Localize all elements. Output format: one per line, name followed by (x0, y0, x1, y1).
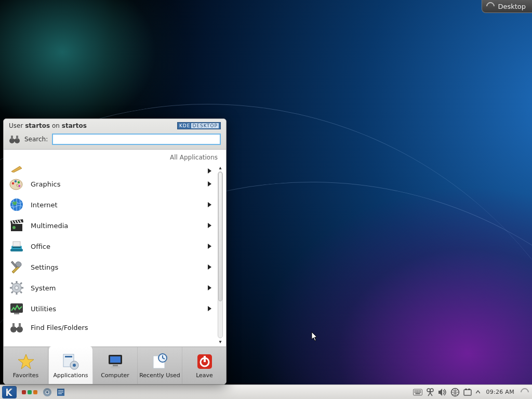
svg-rect-60 (420, 390, 421, 391)
chevron-right-icon (208, 306, 211, 311)
search-input[interactable] (52, 134, 221, 145)
binoculars-icon (9, 134, 20, 145)
desktop-toolbox[interactable]: Desktop (482, 0, 532, 13)
svg-point-68 (430, 389, 433, 392)
svg-rect-36 (65, 356, 72, 357)
scroll-track[interactable] (218, 171, 223, 338)
category-label: Office (31, 243, 208, 250)
kickoff-scrollbar[interactable]: ▴ ▾ (217, 165, 224, 344)
pager-desktop-3[interactable] (33, 390, 37, 394)
svg-line-26 (20, 283, 22, 284)
category-label: System (31, 284, 208, 292)
chromium-launcher-icon[interactable] (42, 387, 52, 397)
binoculars-icon (9, 320, 24, 335)
applications-icon (62, 353, 79, 370)
svg-rect-34 (19, 323, 21, 327)
chevron-right-icon (208, 223, 211, 228)
category-item-cut[interactable] (9, 163, 226, 174)
chevron-right-icon (208, 168, 211, 174)
power-icon (196, 353, 214, 370)
svg-point-6 (12, 182, 14, 184)
tab-label: Leave (196, 372, 213, 379)
svg-point-8 (18, 181, 20, 183)
computer-icon (107, 353, 124, 370)
svg-point-67 (427, 389, 430, 392)
category-item-find[interactable]: Find Files/Folders (9, 319, 226, 336)
svg-rect-42 (111, 366, 120, 368)
chevron-right-icon (208, 181, 211, 187)
system-tray: 09:26 AM (413, 385, 532, 399)
category-item-system[interactable]: System (9, 277, 226, 298)
category-label: Multimedia (31, 222, 208, 230)
svg-rect-47 (204, 356, 206, 362)
chevron-right-icon (208, 285, 211, 290)
tab-applications[interactable]: Applications (48, 347, 93, 384)
tab-favorites[interactable]: Favorites (4, 347, 48, 384)
mouse-cursor (311, 331, 318, 342)
kickoff-breadcrumb[interactable]: All Applications (4, 150, 226, 163)
category-item-settings[interactable]: Settings (9, 257, 226, 277)
kickoff-tabs: Favorites Applications Computer Recently… (4, 347, 226, 384)
svg-line-25 (20, 291, 22, 293)
category-item-utilities[interactable]: Utilities (9, 298, 226, 319)
pager-desktop-2[interactable] (28, 390, 32, 394)
category-label: Internet (31, 201, 208, 209)
tab-recently-used[interactable]: Recently Used (138, 347, 182, 384)
scroll-thumb[interactable] (218, 172, 222, 301)
panel-clock[interactable]: 09:26 AM (484, 389, 516, 395)
typewriter-icon (9, 238, 24, 254)
svg-rect-56 (415, 390, 416, 391)
network-icon[interactable] (450, 388, 460, 397)
category-item-office[interactable]: Office (9, 236, 226, 257)
recent-icon (151, 353, 169, 370)
scroll-down-icon[interactable]: ▾ (219, 339, 221, 344)
svg-rect-70 (464, 390, 471, 395)
tab-label: Computer (101, 372, 129, 379)
svg-rect-54 (58, 393, 62, 394)
kickoff-menu: User startos on startos KDEDESKTOP Searc… (3, 118, 227, 384)
chevron-right-icon (208, 264, 211, 270)
panel-cashew-icon[interactable] (519, 386, 531, 398)
svg-rect-14 (13, 242, 20, 246)
svg-rect-16 (12, 247, 21, 248)
svg-point-12 (12, 226, 16, 229)
category-item-internet[interactable]: Internet (9, 194, 226, 215)
category-item-graphics[interactable]: Graphics (9, 174, 226, 194)
kickoff-category-list: Graphics Internet Multimedia Office (4, 163, 226, 347)
tools-icon (9, 259, 24, 275)
chevron-right-icon (208, 244, 211, 249)
kickoff-user-line: User startos on startos (9, 122, 87, 129)
tab-computer[interactable]: Computer (93, 347, 138, 384)
tab-leave[interactable]: Leave (182, 347, 227, 384)
pager-desktop-1[interactable] (22, 390, 26, 394)
device-notifier-icon[interactable] (463, 388, 472, 397)
svg-rect-63 (417, 392, 418, 393)
volume-icon[interactable] (438, 388, 447, 397)
svg-rect-71 (465, 389, 467, 390)
svg-rect-33 (12, 323, 15, 327)
tab-label: Applications (53, 372, 88, 379)
svg-rect-65 (420, 392, 421, 393)
category-label: Utilities (31, 305, 208, 313)
notes-launcher-icon[interactable] (56, 387, 66, 397)
kickoff-launcher-button[interactable] (2, 386, 17, 398)
svg-point-7 (15, 180, 17, 182)
svg-rect-58 (417, 390, 418, 391)
svg-rect-29 (14, 313, 19, 314)
keyboard-layout-icon[interactable] (413, 388, 422, 397)
svg-line-27 (11, 291, 13, 293)
tab-label: Favorites (13, 372, 39, 379)
gear-icon (9, 280, 24, 296)
svg-rect-62 (416, 392, 417, 393)
star-icon (17, 353, 35, 370)
tray-expand-icon[interactable] (475, 388, 481, 397)
pencil-icon (9, 164, 24, 174)
klipper-icon[interactable] (425, 388, 435, 397)
category-item-multimedia[interactable]: Multimedia (9, 215, 226, 236)
scroll-up-icon[interactable]: ▴ (219, 165, 221, 170)
search-label: Search: (24, 136, 48, 143)
svg-rect-57 (416, 390, 417, 391)
svg-rect-32 (15, 328, 18, 330)
desktop-pager[interactable] (22, 390, 37, 394)
desktop-toolbox-label: Desktop (498, 3, 526, 10)
